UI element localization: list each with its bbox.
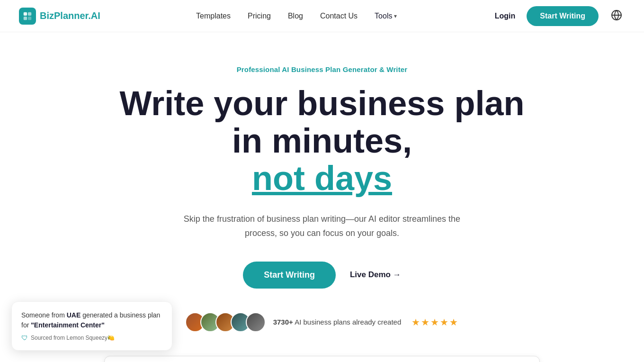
svg-rect-1 — [28, 12, 31, 15]
navbar: BizPlanner.AI Templates Pricing Blog Con… — [0, 0, 644, 32]
hero-tag: Professional AI Business Plan Generator … — [237, 65, 408, 73]
nav-templates[interactable]: Templates — [196, 12, 231, 20]
avatar — [246, 312, 266, 332]
nav-blog[interactable]: Blog — [288, 12, 303, 20]
hero-subtext: Skip the frustration of business plan wr… — [175, 212, 469, 241]
hero-highlight: not days — [252, 159, 392, 197]
social-proof: 3730+ AI business plans already created … — [185, 312, 459, 332]
notification-text: Someone from UAE generated a business pl… — [21, 310, 162, 330]
login-button[interactable]: Login — [493, 8, 518, 24]
nav-links: Templates Pricing Blog Contact Us Tools … — [196, 12, 397, 20]
svg-rect-3 — [28, 16, 31, 19]
nav-contact[interactable]: Contact Us — [320, 12, 358, 20]
demo-bar: B Ben's studio Business Plan ✏ ✓ Done Sa… — [104, 356, 540, 362]
avatar-stack — [185, 312, 266, 332]
logo-link[interactable]: BizPlanner.AI — [19, 8, 100, 25]
notification-toast: Someone from UAE generated a business pl… — [11, 301, 172, 351]
hero-cta-row: Start Writing Live Demo → — [243, 262, 401, 289]
nav-pricing[interactable]: Pricing — [248, 12, 271, 20]
svg-rect-0 — [24, 12, 27, 15]
shield-icon: 🛡 — [21, 334, 28, 342]
navbar-actions: Login Start Writing — [493, 6, 625, 26]
proof-count-text: 3730+ AI business plans already created — [273, 318, 402, 326]
hero-start-writing-button[interactable]: Start Writing — [243, 262, 336, 289]
chevron-down-icon: ▾ — [394, 13, 397, 19]
svg-rect-2 — [24, 16, 27, 19]
hero-headline: Write your business plan in minutes, not… — [118, 85, 526, 198]
logo-icon — [19, 8, 36, 25]
language-button[interactable] — [608, 8, 625, 25]
hero-live-demo-link[interactable]: Live Demo → — [350, 270, 401, 280]
star-rating: ★★★★★ — [411, 317, 459, 328]
start-writing-button[interactable]: Start Writing — [527, 6, 599, 26]
notification-source: 🛡 Sourced from Lemon Squeezy🍋 — [21, 334, 162, 342]
logo-text: BizPlanner.AI — [40, 10, 100, 21]
nav-tools[interactable]: Tools ▾ — [375, 12, 397, 20]
globe-icon — [611, 9, 622, 22]
